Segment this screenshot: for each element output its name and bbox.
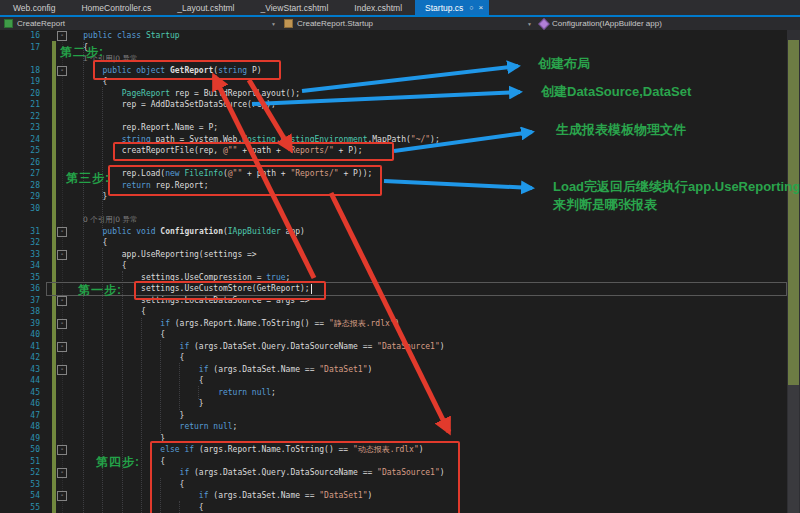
code-row[interactable]: 17 { (0, 42, 786, 54)
step-label-3: 第三步: (66, 170, 110, 187)
code-row[interactable]: 46 } (0, 398, 786, 410)
code-text: } (64, 398, 204, 410)
fold-margin (40, 145, 64, 157)
code-row[interactable]: 16- public class Startup (0, 30, 786, 42)
fold-toggle-icon[interactable]: - (57, 365, 67, 375)
line-number: 41 (0, 341, 40, 353)
fold-margin (40, 99, 64, 111)
fold-margin (40, 410, 64, 422)
code-row[interactable]: 48 return null; (0, 421, 786, 433)
fold-margin: - (40, 65, 64, 77)
code-row[interactable]: 45 return null; (0, 387, 786, 399)
line-number: 25 (0, 145, 40, 157)
line-number: 33 (0, 249, 40, 261)
tab-startup-cs[interactable]: Startup.cs○× (415, 0, 489, 15)
fold-margin (40, 433, 64, 445)
fold-margin (40, 111, 64, 123)
code-row[interactable]: 34 { (0, 260, 786, 272)
vertical-scrollbar[interactable] (787, 30, 800, 513)
fold-toggle-icon[interactable]: - (57, 491, 67, 501)
breadcrumb-member-label: Configuration(IAppBuilder app) (552, 19, 662, 28)
line-number: 30 (0, 203, 40, 215)
breadcrumb: CreateReport ▼ CreateReport.Startup ▼ Co… (0, 17, 800, 31)
fold-margin (40, 134, 64, 146)
scrollbar-track-lower (788, 385, 799, 513)
line-number: 34 (0, 260, 40, 272)
tab-label: Web.config (13, 3, 55, 13)
fold-margin (40, 479, 64, 491)
line-number: 17 (0, 42, 40, 54)
fold-margin: - (40, 318, 64, 330)
highlight-box-getreport (93, 60, 281, 80)
code-row[interactable]: 32 { (0, 237, 786, 249)
tab--viewstart-cshtml[interactable]: _ViewStart.cshtml (247, 0, 341, 15)
line-number: 53 (0, 479, 40, 491)
fold-margin (40, 203, 64, 215)
line-number: 32 (0, 237, 40, 249)
breadcrumb-type-dropdown[interactable]: CreateReport.Startup ▼ (280, 17, 536, 30)
tab-index-cshtml[interactable]: Index.cshtml (341, 0, 415, 15)
fold-margin (40, 352, 64, 364)
fold-margin (40, 157, 64, 169)
tab-homecontroller-cs[interactable]: HomeController.cs (68, 0, 164, 15)
fold-toggle-icon[interactable]: - (57, 31, 67, 41)
line-number: 40 (0, 329, 40, 341)
line-number (0, 214, 40, 226)
codelens-text: 0 个引用|0 异常 (64, 214, 137, 226)
fold-margin (40, 168, 64, 180)
breadcrumb-project-dropdown[interactable]: CreateReport ▼ (0, 17, 280, 30)
line-number: 22 (0, 111, 40, 123)
code-row[interactable]: 39- if (args.Report.Name.ToString() == "… (0, 318, 786, 330)
close-icon[interactable]: × (479, 3, 484, 12)
tab-state-icon[interactable]: ○ (469, 4, 473, 11)
fold-toggle-icon[interactable]: - (57, 227, 67, 237)
text-cursor (311, 284, 312, 294)
line-number: 28 (0, 180, 40, 192)
code-row[interactable]: 33- app.UseReporting(settings => (0, 249, 786, 261)
code-text: { (64, 352, 184, 364)
tab--layout-cshtml[interactable]: _Layout.cshtml (164, 0, 247, 15)
fold-toggle-icon[interactable]: - (57, 468, 67, 478)
fold-toggle-icon[interactable]: - (57, 250, 67, 260)
step-label-1: 第一步: (78, 282, 122, 299)
fold-margin: - (40, 249, 64, 261)
code-row[interactable]: 41- if (args.DataSet.Query.DataSourceNam… (0, 341, 786, 353)
fold-toggle-icon[interactable]: - (57, 296, 67, 306)
scrollbar-thumb-changes[interactable] (788, 40, 799, 385)
fold-margin (40, 260, 64, 272)
tab-web-config[interactable]: Web.config (0, 0, 68, 15)
code-row[interactable]: 30 (0, 203, 786, 215)
fold-toggle-icon[interactable]: - (57, 319, 67, 329)
code-row[interactable]: 43- if (args.DataSet.Name == "DataSet1") (0, 364, 786, 376)
fold-toggle-icon[interactable]: - (57, 445, 67, 455)
fold-margin (40, 329, 64, 341)
code-text: } (64, 410, 184, 422)
line-number: 51 (0, 456, 40, 468)
step-label-2: 第二步: (60, 44, 104, 61)
code-row[interactable]: 44 { (0, 375, 786, 387)
fold-toggle-icon[interactable]: - (57, 342, 67, 352)
code-text: if (args.DataSet.Name == "DataSet1") (64, 364, 372, 376)
code-row[interactable]: 31- public void Configuration(IAppBuilde… (0, 226, 786, 238)
code-row[interactable]: 47 } (0, 410, 786, 422)
line-number: 20 (0, 88, 40, 100)
line-number: 37 (0, 295, 40, 307)
line-number: 49 (0, 433, 40, 445)
note-create-layout: 创建布局 (538, 55, 590, 73)
code-text: public void Configuration(IAppBuilder ap… (64, 226, 305, 238)
fold-toggle-icon[interactable]: - (57, 66, 67, 76)
fold-margin: - (40, 341, 64, 353)
code-row[interactable]: 40 { (0, 329, 786, 341)
line-number: 31 (0, 226, 40, 238)
code-row[interactable]: 42 { (0, 352, 786, 364)
breadcrumb-project-label: CreateReport (17, 19, 65, 28)
fold-margin: - (40, 467, 64, 479)
breadcrumb-member-dropdown[interactable]: Configuration(IAppBuilder app) (536, 17, 662, 30)
tab-bar: Web.configHomeController.cs_Layout.cshtm… (0, 0, 800, 15)
line-number: 21 (0, 99, 40, 111)
visual-studio-window: Web.configHomeController.cs_Layout.cshtm… (0, 0, 800, 513)
fold-margin: - (40, 444, 64, 456)
fold-margin (40, 191, 64, 203)
project-icon (4, 19, 13, 28)
code-row[interactable]: 38 { (0, 306, 786, 318)
